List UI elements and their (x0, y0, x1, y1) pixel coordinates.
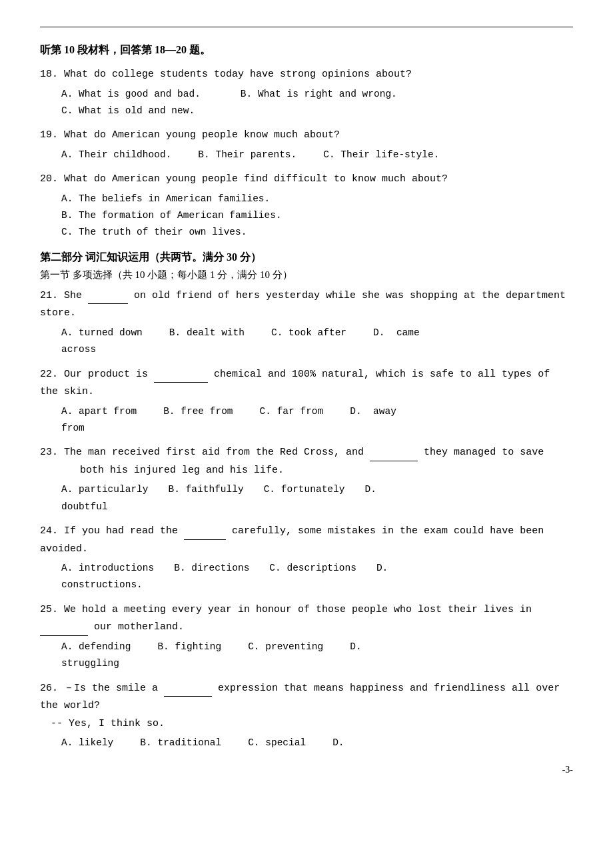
q23-blank (370, 443, 418, 461)
q24-blank (184, 522, 226, 540)
q21-options: A. turned down B. dealt with C. took aft… (61, 325, 573, 359)
q26-optA: A. likely (61, 735, 113, 751)
q26-optC: C. special (248, 735, 306, 751)
question-20: 20. What do American young people find d… (40, 170, 573, 241)
q22-optC: C. far from (260, 403, 324, 420)
question-24: 24. If you had read the carefully, some … (40, 522, 573, 594)
part2-title: 第二部分 词汇知识运用（共两节。满分 30 分） (40, 251, 573, 265)
q20-optA: A. The beliefs in American families. (61, 193, 270, 204)
q25-optB: B. fighting (157, 639, 221, 655)
q25-options: A. defending B. fighting C. preventing D… (61, 639, 573, 673)
question-22: 22. Our product is chemical and 100% nat… (40, 365, 573, 437)
q23-optD: D. (364, 481, 376, 498)
q22-blank (154, 365, 208, 383)
q23-optC: C. fortunately (264, 481, 345, 498)
q25-optA: A. defending (61, 639, 131, 655)
q25-blank (40, 618, 88, 636)
q21-optA: A. turned down (61, 325, 143, 341)
top-divider (40, 27, 573, 27)
q20-options: A. The beliefs in American families. B. … (61, 191, 573, 241)
q21-text: 21. She on old friend of hers yesterday … (40, 290, 566, 319)
q19-text: 19. What do American young people know m… (40, 129, 340, 141)
q23-doubtful: doubtful (61, 501, 108, 512)
q26-optD: D. (332, 735, 344, 751)
q23-text2: both his injured leg and his life. (80, 465, 284, 476)
q18-optB: B. What is right and wrong. (241, 86, 397, 103)
q25-optD: D. (350, 639, 361, 655)
q26-blank (164, 679, 212, 697)
q20-optB: B. The formation of American families. (61, 210, 282, 221)
question-19: 19. What do American young people know m… (40, 126, 573, 163)
q20-text: 20. What do American young people find d… (40, 173, 448, 185)
q23-optA: A. particularly (61, 481, 149, 498)
q19-optC: C. Their life-style. (323, 147, 439, 163)
q23-text: 23. The man received first aid from the … (40, 447, 544, 458)
q21-optB: B. dealt with (169, 325, 245, 341)
q22-optA: A. apart from (61, 403, 137, 420)
q21-optD: D. came (373, 325, 420, 341)
section1-title: 第一节 多项选择（共 10 小题；每小题 1 分，满分 10 分） (40, 269, 573, 281)
q25-optC: C. preventing (248, 639, 323, 655)
q19-options: A. Their childhood. B. Their parents. C.… (61, 147, 573, 163)
q24-optD: D. (376, 560, 388, 577)
q18-optA: A. What is good and bad. (61, 86, 201, 103)
question-25: 25. We hold a meeting every year in hono… (40, 601, 573, 673)
question-23: 23. The man received first aid from the … (40, 443, 573, 515)
q23-optB: B. faithfully (169, 481, 244, 498)
q26-options: A. likely B. traditional C. special D. (61, 735, 573, 751)
q22-text: 22. Our product is chemical and 100% nat… (40, 369, 550, 398)
section10-title: 听第 10 段材料，回答第 18—20 题。 (40, 43, 573, 57)
page-number: -3- (40, 765, 573, 775)
q18-options: A. What is good and bad. B. What is righ… (61, 86, 573, 120)
q24-options: A. introductions B. directions C. descri… (61, 560, 573, 594)
q25-text: 25. We hold a meeting every year in hono… (40, 604, 532, 633)
q26-text: 26. －Is the smile a expression that mean… (40, 683, 560, 712)
q22-options: A. apart from B. free from C. far from D… (61, 403, 573, 437)
q22-from: from (61, 423, 85, 433)
q24-optC: C. descriptions (269, 560, 356, 577)
q22-optD: D. away (350, 403, 396, 420)
q26-response: -- Yes, I think so. (51, 718, 165, 729)
q25-struggling: struggling (61, 658, 119, 669)
q21-optC: C. took after (271, 325, 346, 341)
q24-optB: B. directions (174, 560, 249, 577)
q26-optB: B. traditional (140, 735, 221, 751)
question-21: 21. She on old friend of hers yesterday … (40, 287, 573, 359)
q21-across: across (61, 344, 96, 355)
q19-optA: A. Their childhood. (61, 147, 171, 163)
q18-text: 18. What do college students today have … (40, 69, 412, 80)
q22-optB: B. free from (163, 403, 233, 420)
q23-options: A. particularly B. faithfully C. fortuna… (61, 481, 573, 515)
q20-optC: C. The truth of their own lives. (61, 227, 247, 237)
q24-text: 24. If you had read the carefully, some … (40, 525, 544, 555)
question-26: 26. －Is the smile a expression that mean… (40, 679, 573, 752)
q24-optA: A. introductions (61, 560, 154, 577)
q19-optB: B. Their parents. (198, 147, 297, 163)
question-18: 18. What do college students today have … (40, 65, 573, 119)
q18-optC: C. What is old and new. (61, 105, 195, 116)
q21-blank (88, 287, 128, 305)
q24-constructions: constructions. (61, 579, 143, 590)
